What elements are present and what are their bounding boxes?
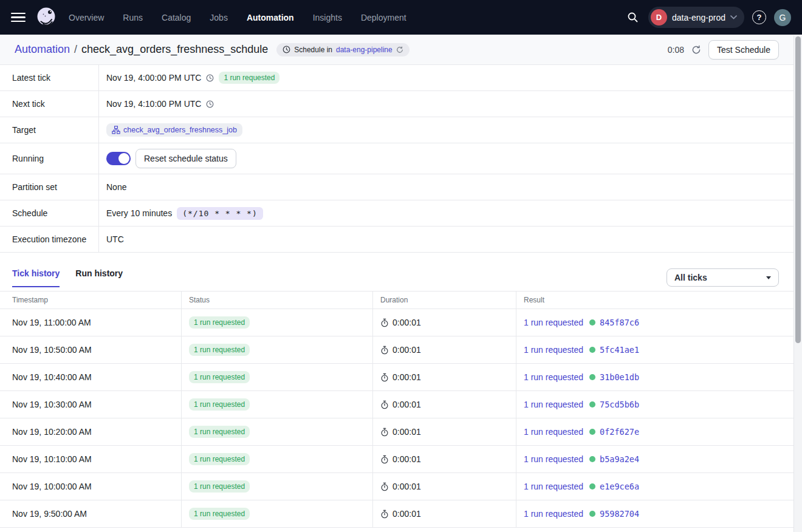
nav-item-automation[interactable]: Automation [247,13,294,22]
nav-item-insights[interactable]: Insights [313,13,342,22]
nav-item-catalog[interactable]: Catalog [162,13,191,22]
schedule-details: Latest tick Nov 19, 4:00:00 PM UTC 1 run… [0,65,793,253]
chevron-down-icon [730,15,737,19]
tick-row: Nov 19, 11:00:00 AM 1 run requested 0:00… [0,309,793,336]
tab-tick-history[interactable]: Tick history [12,268,60,287]
page-header: Automation / check_avg_orders_freshness_… [0,35,793,65]
tick-duration: 0:00:01 [392,400,421,409]
test-schedule-button[interactable]: Test Schedule [708,40,779,60]
tick-timestamp: Nov 19, 10:40:00 AM [12,372,92,382]
top-nav: Overview Runs Catalog Jobs Automation In… [0,0,802,35]
workspace-badge: D [651,9,667,26]
run-status-dot [589,319,595,326]
tick-row: Nov 19, 10:20:00 AM 1 run requested 0:00… [0,418,793,446]
execution-timezone-value: UTC [106,234,124,244]
workspace-switcher[interactable]: D data-eng-prod [648,7,744,28]
tick-row: Nov 19, 10:40:00 AM 1 run requested 0:00… [0,364,793,391]
latest-tick-status-badge: 1 run requested [219,72,279,84]
tick-result-link[interactable]: 1 run requested [524,400,583,409]
stopwatch-icon [380,400,389,409]
nav-item-deployment[interactable]: Deployment [361,13,406,22]
tick-result-link[interactable]: 1 run requested [524,345,583,355]
tick-status-badge: 1 run requested [189,371,250,383]
tick-result-link[interactable]: 1 run requested [524,318,583,327]
detail-row-schedule: Schedule Every 10 minutes (*/10 * * * *) [0,200,793,227]
run-id-link[interactable]: 31b0e1db [600,372,639,382]
tick-row: Nov 19, 10:00:00 AM 1 run requested 0:00… [0,473,793,500]
tick-result-link[interactable]: 1 run requested [524,454,583,464]
tick-timestamp: Nov 19, 10:10:00 AM [12,454,92,464]
tick-row: Nov 19, 10:30:00 AM 1 run requested 0:00… [0,391,793,418]
tick-filter-select[interactable]: All ticks [667,268,779,287]
detail-label: Partition set [0,174,99,200]
detail-row-execution-timezone: Execution timezone UTC [0,227,793,253]
target-job-link[interactable]: check_avg_orders_freshness_job [106,123,242,137]
tick-timestamp: Nov 19, 11:00:00 AM [12,318,91,327]
tick-timestamp: Nov 19, 10:00:00 AM [12,482,92,491]
nav-item-jobs[interactable]: Jobs [210,13,228,22]
schedule-description: Every 10 minutes [106,208,172,218]
run-id-link[interactable]: e1e9ce6a [600,482,639,491]
run-status-dot [589,456,595,462]
tick-filter-value: All ticks [674,273,707,282]
dagster-logo[interactable] [35,6,58,29]
avatar[interactable]: G [774,9,791,26]
tick-result-link[interactable]: 1 run requested [524,509,583,519]
detail-row-running: Running Reset schedule status [0,143,793,174]
run-status-dot [589,347,595,353]
job-icon [112,126,120,134]
run-id-link[interactable]: 845f87c6 [600,318,639,327]
badge-prefix: Schedule in [294,46,332,54]
run-status-dot [589,511,595,517]
tick-result-link[interactable]: 1 run requested [524,372,583,382]
refresh-icon[interactable] [396,46,403,53]
detail-label: Running [0,143,99,174]
target-job-name: check_avg_orders_freshness_job [123,126,237,134]
page-title: check_avg_orders_freshness_schdule [81,43,268,56]
history-tabs-bar: Tick history Run history All ticks [0,253,793,287]
search-icon[interactable] [625,10,640,26]
tick-duration: 0:00:01 [392,318,421,327]
run-id-link[interactable]: 0f2f627e [600,427,639,437]
vertical-scrollbar[interactable] [793,35,802,532]
nav-item-runs[interactable]: Runs [123,13,143,22]
tick-status-badge: 1 run requested [189,426,250,438]
tick-duration: 0:00:01 [392,509,421,519]
scrollbar-thumb[interactable] [795,36,801,343]
refresh-icon[interactable] [691,45,701,55]
help-icon[interactable]: ? [752,10,766,24]
column-header-duration: Duration [373,292,516,309]
latest-tick-timestamp: Nov 19, 4:00:00 PM UTC [106,73,201,83]
tick-result-link[interactable]: 1 run requested [524,427,583,437]
stopwatch-icon [380,373,389,382]
detail-label: Latest tick [0,65,99,90]
tick-history-table: Timestamp Status Duration Result Nov 19,… [0,291,793,528]
detail-row-partition-set: Partition set None [0,174,793,200]
detail-label: Schedule [0,200,99,226]
run-status-dot [589,374,595,380]
stopwatch-icon [380,510,389,519]
menu-icon[interactable] [11,13,26,22]
tick-status-badge: 1 run requested [189,398,250,411]
tick-result-link[interactable]: 1 run requested [524,482,583,491]
refresh-countdown: 0:08 [668,45,684,55]
run-id-link[interactable]: b5a9a2e4 [600,454,639,464]
breadcrumb-automation-link[interactable]: Automation [15,43,70,56]
detail-row-target: Target check_avg_orders_freshness_job [0,117,793,143]
running-toggle[interactable] [106,152,131,165]
run-id-link[interactable]: 5fc41ae1 [600,345,639,355]
detail-label: Execution timezone [0,227,99,252]
reset-schedule-status-button[interactable]: Reset schedule status [135,149,236,168]
code-location-link[interactable]: data-eng-pipeline [336,46,392,54]
tick-row: Nov 19, 9:50:00 AM 1 run requested 0:00:… [0,500,793,528]
stopwatch-icon [380,455,389,464]
tick-status-badge: 1 run requested [189,480,250,493]
tick-duration: 0:00:01 [392,482,421,491]
tick-duration: 0:00:01 [392,345,421,355]
stopwatch-icon [380,318,389,327]
nav-item-overview[interactable]: Overview [69,13,104,22]
run-id-link[interactable]: 75cd5b6b [600,400,639,409]
tab-run-history[interactable]: Run history [75,268,123,287]
tick-timestamp: Nov 19, 10:30:00 AM [12,400,92,409]
run-id-link[interactable]: 95982704 [600,509,639,519]
